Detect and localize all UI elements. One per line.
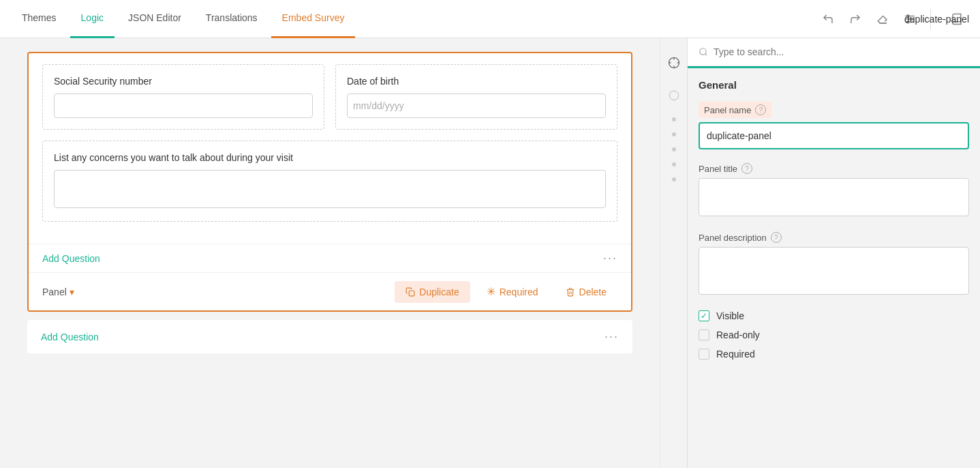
concerns-label: List any concerns you want to talk about… xyxy=(54,152,606,163)
dob-placeholder: mm/dd/yyyy xyxy=(353,100,404,111)
section-title: General xyxy=(699,79,969,91)
checkbox-required-row: Required xyxy=(699,349,969,360)
side-toolbar xyxy=(660,38,687,468)
panel-name-input[interactable] xyxy=(699,122,969,149)
dot-3[interactable] xyxy=(672,147,676,151)
checkbox-visible-row: ✓ Visible xyxy=(699,310,969,321)
tab-translations[interactable]: Translations xyxy=(195,0,269,38)
question-block-concerns: List any concerns you want to talk about… xyxy=(42,141,617,222)
panel-actions: Duplicate ✳ Required Delete xyxy=(395,280,617,304)
search-input[interactable] xyxy=(714,46,969,57)
panel-description-group: Panel description ? xyxy=(699,232,969,297)
canvas-area: Social Security number Date of birth mm/… xyxy=(0,38,660,468)
right-panel-body: General Panel name ? Panel title ? xyxy=(688,68,980,379)
svg-point-14 xyxy=(700,48,706,55)
bottom-add-question-button[interactable]: Add Question xyxy=(41,332,99,342)
asterisk-icon: ✳ xyxy=(487,285,495,298)
panel-description-input[interactable] xyxy=(699,247,969,295)
question-block-dob: Date of birth mm/dd/yyyy xyxy=(335,64,617,130)
search-bar xyxy=(688,38,980,66)
delete-label: Delete xyxy=(579,287,607,297)
undo-button[interactable] xyxy=(816,7,840,31)
dob-input[interactable]: mm/dd/yyyy xyxy=(347,93,606,118)
panel-title-input[interactable] xyxy=(699,178,969,216)
panel-description-help-icon[interactable]: ? xyxy=(771,232,782,243)
panel-title-label: Panel title ? xyxy=(699,163,969,174)
tab-embed-survey[interactable]: Embed Survey xyxy=(271,0,356,38)
panel-description-label: Panel description ? xyxy=(699,232,969,243)
panel-content: Social Security number Date of birth mm/… xyxy=(29,53,631,244)
main-layout: Social Security number Date of birth mm/… xyxy=(0,38,980,468)
panel-label-text: Panel xyxy=(42,287,67,297)
svg-rect-7 xyxy=(410,291,415,296)
search-icon xyxy=(699,47,708,57)
bottom-add-question-card: Add Question ··· xyxy=(27,320,632,353)
visible-label: Visible xyxy=(716,310,744,321)
panel-name-label-highlight: Panel name ? xyxy=(699,102,771,118)
redo-button[interactable] xyxy=(843,7,868,31)
panel-title-help-icon[interactable]: ? xyxy=(741,163,752,174)
dot-2[interactable] xyxy=(672,132,676,136)
tab-json-editor[interactable]: JSON Editor xyxy=(117,0,192,38)
panel-footer: Add Question ··· xyxy=(29,244,631,272)
tab-logic[interactable]: Logic xyxy=(70,0,114,38)
visible-checkbox[interactable]: ✓ xyxy=(699,310,709,321)
panel-title-group: Panel title ? xyxy=(699,163,969,218)
panel-bottom-bar: Panel ▾ Duplicate ✳ Required xyxy=(29,272,631,310)
readonly-checkbox[interactable] xyxy=(699,330,709,340)
dot-4[interactable] xyxy=(672,162,676,166)
panel-name-group: Panel name ? xyxy=(699,102,969,149)
duplicate-label: Duplicate xyxy=(419,287,459,297)
ssn-input[interactable] xyxy=(54,93,313,118)
required-button[interactable]: ✳ Required xyxy=(476,280,549,304)
panel-label-button[interactable]: Panel ▾ xyxy=(42,287,74,297)
crosshair-icon[interactable] xyxy=(663,52,685,74)
required-checkbox-label: Required xyxy=(716,349,755,360)
delete-icon xyxy=(566,287,575,297)
svg-point-13 xyxy=(669,91,678,100)
concerns-textarea[interactable] xyxy=(54,170,606,208)
panel-card: Social Security number Date of birth mm/… xyxy=(27,52,632,312)
add-question-button[interactable]: Add Question xyxy=(42,253,100,264)
dob-label: Date of birth xyxy=(347,76,606,87)
visible-checkmark: ✓ xyxy=(701,311,707,321)
question-block-ssn: Social Security number xyxy=(42,64,324,130)
panel-name-help-icon[interactable]: ? xyxy=(755,104,766,115)
ssn-label: Social Security number xyxy=(54,76,313,87)
more-options-button[interactable]: ··· xyxy=(603,251,617,265)
right-panel-top xyxy=(688,38,980,68)
eraser-button[interactable] xyxy=(870,7,895,31)
duplicate-button[interactable]: Duplicate xyxy=(395,281,470,303)
dot-1[interactable] xyxy=(672,117,676,121)
required-checkbox[interactable] xyxy=(699,349,709,360)
tab-themes[interactable]: Themes xyxy=(11,0,67,38)
svg-line-15 xyxy=(705,54,707,56)
right-panel: General Panel name ? Panel title ? xyxy=(687,38,980,468)
panel-name-label: Panel name xyxy=(704,105,751,115)
duplicate-icon xyxy=(405,287,415,297)
question-row-2col: Social Security number Date of birth mm/… xyxy=(42,64,617,130)
bottom-more-options-button[interactable]: ··· xyxy=(604,330,619,344)
panel-dropdown-icon: ▾ xyxy=(70,287,74,297)
checkbox-readonly-row: Read-only xyxy=(699,330,969,340)
readonly-label: Read-only xyxy=(716,330,760,340)
required-label: Required xyxy=(500,287,538,297)
page-title: duplicate-panel xyxy=(904,14,969,25)
dot-5[interactable] xyxy=(672,177,676,181)
delete-button[interactable]: Delete xyxy=(555,281,617,303)
circle-icon[interactable] xyxy=(663,85,685,106)
top-nav: Themes Logic JSON Editor Translations Em… xyxy=(0,0,980,38)
